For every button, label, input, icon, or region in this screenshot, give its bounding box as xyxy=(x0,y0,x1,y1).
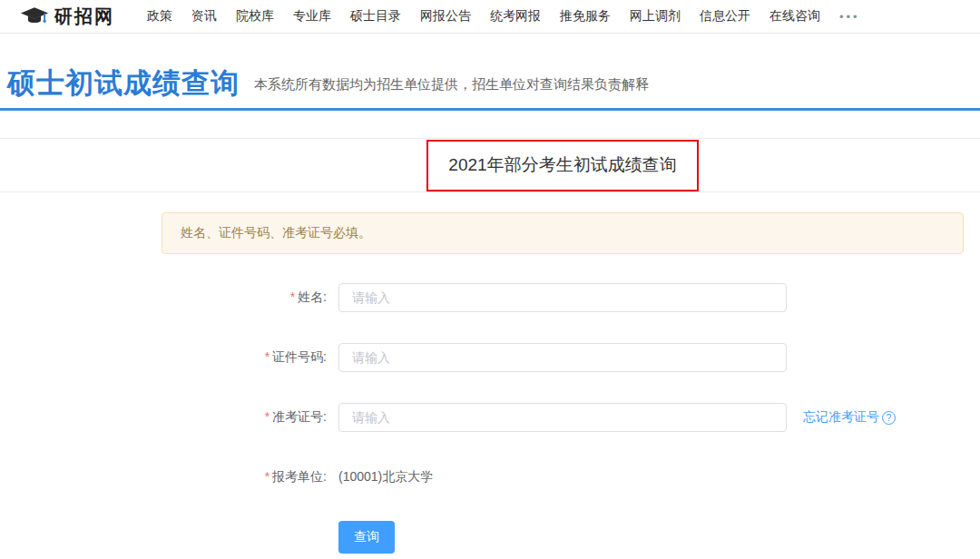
id-number-label: *证件号码: xyxy=(145,349,327,366)
nav-menu: 政策 资讯 院校库 专业库 硕士目录 网报公告 统考网报 推免服务 网上调剂 信… xyxy=(147,8,860,25)
forgot-ticket-link[interactable]: 忘记准考证号? xyxy=(803,409,896,426)
page-header: 硕士初试成绩查询 本系统所有数据均为招生单位提供，招生单位对查询结果负责解释 xyxy=(0,34,980,108)
nav-item-info-disclosure[interactable]: 信息公开 xyxy=(700,8,750,25)
query-form: *姓名: *证件号码: *准考证号: 忘记准考证号? *报考单位: (10001… xyxy=(145,283,980,552)
form-row-submit: 查询 xyxy=(145,523,980,552)
nav-item-master-catalog[interactable]: 硕士目录 xyxy=(350,8,401,25)
ticket-number-label: *准考证号: xyxy=(145,409,327,426)
required-asterisk: * xyxy=(265,469,270,484)
nav-item-online-announcement[interactable]: 网报公告 xyxy=(420,8,471,25)
required-asterisk: * xyxy=(265,409,270,424)
graduation-cap-icon xyxy=(20,5,49,27)
required-asterisk: * xyxy=(290,289,295,304)
panel-header: 2021年部分考生初试成绩查询 xyxy=(0,139,980,192)
ticket-number-input[interactable] xyxy=(338,403,787,432)
query-panel: 2021年部分考生初试成绩查询 姓名、证件号码、准考证号必填。 *姓名: *证件… xyxy=(0,138,980,552)
required-asterisk: * xyxy=(265,349,270,364)
page-title: 硕士初试成绩查询 xyxy=(7,69,240,97)
panel-heading: 2021年部分考生初试成绩查询 xyxy=(448,153,676,177)
target-unit-value: (10001)北京大学 xyxy=(338,469,433,485)
nav-item-news[interactable]: 资讯 xyxy=(191,8,217,25)
name-label: *姓名: xyxy=(145,289,327,306)
site-logo[interactable]: 研招网 xyxy=(20,5,114,29)
form-row-target-unit: *报考单位: (10001)北京大学 xyxy=(145,463,980,492)
nav-item-unified-exam[interactable]: 统考网报 xyxy=(490,8,541,25)
nav-item-college-library[interactable]: 院校库 xyxy=(236,8,274,25)
query-button[interactable]: 查询 xyxy=(338,521,395,554)
nav-item-exempt-service[interactable]: 推免服务 xyxy=(560,8,611,25)
nav-item-online-adjustment[interactable]: 网上调剂 xyxy=(630,8,681,25)
top-nav: 研招网 政策 资讯 院校库 专业库 硕士目录 网报公告 统考网报 推免服务 网上… xyxy=(0,0,980,34)
panel-body: 姓名、证件号码、准考证号必填。 *姓名: *证件号码: *准考证号: 忘记准考证… xyxy=(0,212,980,552)
id-number-input[interactable] xyxy=(338,343,787,372)
nav-more-dots[interactable]: ••• xyxy=(839,10,860,24)
question-circle-icon: ? xyxy=(882,411,896,425)
page-subtitle: 本系统所有数据均为招生单位提供，招生单位对查询结果负责解释 xyxy=(254,76,649,93)
nav-item-major-library[interactable]: 专业库 xyxy=(293,8,331,25)
target-unit-label: *报考单位: xyxy=(145,469,327,485)
form-row-name: *姓名: xyxy=(145,283,980,312)
required-fields-alert: 姓名、证件号码、准考证号必填。 xyxy=(162,212,964,254)
form-row-ticket-number: *准考证号: 忘记准考证号? xyxy=(145,403,980,432)
form-row-id-number: *证件号码: xyxy=(145,343,980,372)
nav-item-online-consult[interactable]: 在线咨询 xyxy=(769,8,820,25)
name-input[interactable] xyxy=(338,283,787,312)
nav-item-policy[interactable]: 政策 xyxy=(147,8,172,25)
logo-text: 研招网 xyxy=(54,5,114,29)
blue-divider xyxy=(0,108,980,111)
